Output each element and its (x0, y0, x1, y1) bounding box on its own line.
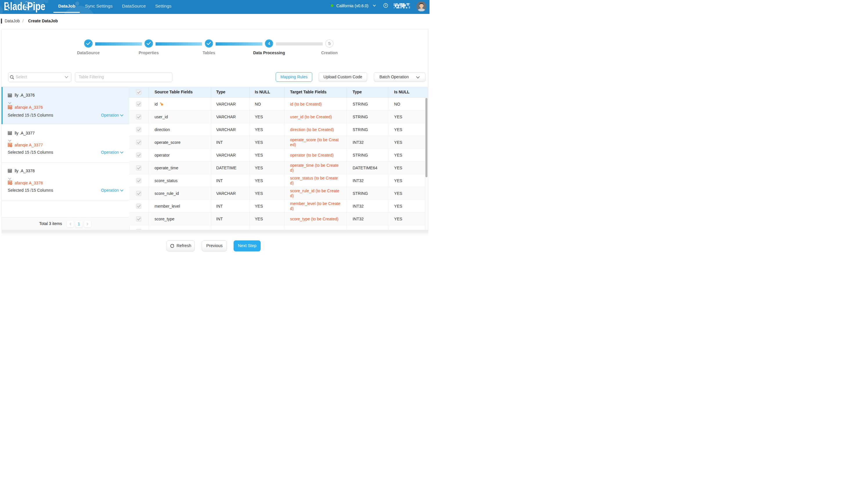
svg-text:?: ? (385, 4, 387, 7)
